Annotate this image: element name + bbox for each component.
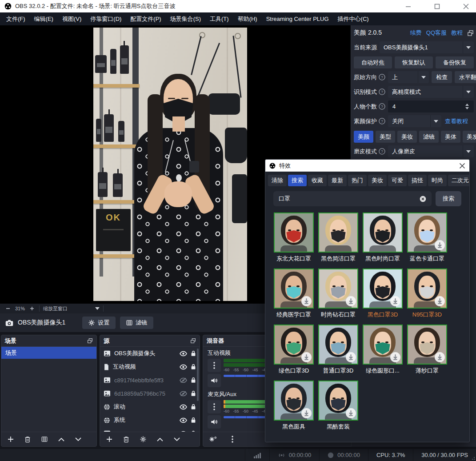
- visibility-eye-icon[interactable]: [180, 351, 187, 357]
- effect-item[interactable]: 时尚钻石口罩: [316, 269, 360, 319]
- effects-tab[interactable]: 收藏: [308, 175, 327, 186]
- effects-tab[interactable]: 美妆: [368, 175, 387, 186]
- source-row[interactable]: [100, 427, 200, 432]
- clear-search-icon[interactable]: [420, 196, 426, 202]
- source-row[interactable]: 互动视频: [100, 360, 200, 373]
- effect-thumbnail[interactable]: [274, 269, 314, 309]
- move-source-down-icon[interactable]: [174, 437, 180, 441]
- channel-options-button[interactable]: [208, 359, 221, 372]
- beauty-tab[interactable]: 滤镜: [419, 131, 439, 143]
- lock-icon[interactable]: [191, 364, 196, 370]
- view-tutorial-link[interactable]: 查看教程: [444, 117, 469, 125]
- effects-tab[interactable]: 可爱: [388, 175, 407, 186]
- effect-thumbnail[interactable]: [318, 212, 358, 253]
- effect-thumbnail[interactable]: [318, 269, 358, 309]
- move-scene-up-icon[interactable]: [58, 437, 64, 441]
- zoom-in-icon[interactable]: [28, 305, 36, 312]
- visibility-eye-icon[interactable]: [180, 404, 187, 410]
- menu-item[interactable]: 停靠窗口(D): [86, 12, 126, 25]
- stepper-arrows-icon[interactable]: [462, 104, 474, 109]
- fit-to-window-label[interactable]: 缩放至窗口: [43, 305, 68, 312]
- lock-icon[interactable]: [191, 404, 196, 410]
- effect-item[interactable]: 蓝色卡通口罩: [405, 212, 449, 263]
- effect-item[interactable]: 绿色口罩3D: [272, 325, 316, 375]
- move-source-up-icon[interactable]: [157, 437, 163, 441]
- search-button[interactable]: 搜索: [436, 191, 461, 206]
- effect-thumbnail[interactable]: [363, 325, 403, 365]
- beauty-link[interactable]: 续费: [410, 29, 422, 37]
- lock-icon[interactable]: [191, 430, 196, 432]
- effects-tab[interactable]: 二次元: [448, 175, 470, 186]
- help-icon[interactable]: ?: [379, 118, 385, 124]
- effects-tab[interactable]: 搜索: [288, 175, 307, 186]
- visibility-eye-off-icon[interactable]: [180, 391, 187, 397]
- effect-item[interactable]: 黑色口罩3D: [360, 269, 405, 319]
- effect-item[interactable]: 普通口罩3D: [316, 325, 360, 375]
- zoom-out-icon[interactable]: [4, 305, 12, 312]
- visibility-eye-icon[interactable]: [180, 417, 187, 423]
- source-properties-gear-icon[interactable]: [140, 436, 146, 442]
- menu-item[interactable]: 编辑(E): [30, 12, 58, 25]
- advanced-audio-gear-icon[interactable]: [209, 436, 216, 442]
- effect-thumbnail[interactable]: [318, 381, 358, 421]
- beauty-link[interactable]: 教程: [451, 29, 463, 37]
- beauty-link[interactable]: QQ客服: [426, 29, 447, 37]
- mixer-menu-dots-icon[interactable]: [232, 436, 233, 443]
- lock-icon[interactable]: [191, 390, 196, 397]
- zoom-dropdown-arrow-icon[interactable]: [95, 307, 100, 310]
- lock-icon[interactable]: [191, 377, 196, 383]
- effects-tab[interactable]: 清除: [268, 175, 287, 186]
- menu-item[interactable]: Streaming Center PLUG: [262, 12, 333, 25]
- menu-item[interactable]: 帮助(H): [233, 12, 262, 25]
- smooth-mode-dropdown[interactable]: 人像磨皮: [388, 145, 474, 157]
- source-row[interactable]: 6d18859a5796bc75: [100, 387, 200, 400]
- source-row[interactable]: c8917f4ebbfbfe5ff3: [100, 373, 200, 387]
- beauty-tab[interactable]: 美妆: [397, 131, 417, 143]
- resize-grip[interactable]: [472, 457, 475, 460]
- remove-source-icon[interactable]: [123, 436, 129, 443]
- effect-thumbnail[interactable]: [318, 325, 358, 365]
- move-scene-down-icon[interactable]: [75, 437, 81, 441]
- add-scene-icon[interactable]: [8, 436, 14, 442]
- effects-tab[interactable]: 最新: [328, 175, 347, 186]
- effects-tab[interactable]: 热门: [348, 175, 367, 186]
- beauty-tab[interactable]: 美体: [441, 131, 460, 143]
- person-count-stepper[interactable]: 4: [388, 100, 474, 112]
- lock-icon[interactable]: [191, 350, 196, 357]
- scene-item[interactable]: 场景: [1, 347, 96, 359]
- mute-speaker-icon[interactable]: [208, 374, 221, 387]
- help-icon[interactable]: ?: [379, 88, 385, 95]
- orientation-dropdown[interactable]: 上: [388, 71, 429, 83]
- effects-tab[interactable]: 时尚: [428, 175, 447, 186]
- effect-thumbnail[interactable]: [274, 212, 314, 253]
- effect-thumbnail[interactable]: [363, 212, 403, 253]
- current-source-dropdown[interactable]: OBS美颜摄像头1: [380, 41, 474, 53]
- detect-mode-dropdown[interactable]: 高精度模式: [388, 86, 474, 98]
- beauty-tab[interactable]: 美型: [376, 131, 395, 143]
- help-icon[interactable]: ?: [379, 103, 385, 110]
- filters-button[interactable]: 滤镜: [120, 317, 153, 329]
- popout-icon[interactable]: [190, 338, 196, 344]
- check-button[interactable]: 检查: [432, 71, 452, 83]
- menu-item[interactable]: 视图(V): [58, 12, 86, 25]
- visibility-eye-icon[interactable]: [180, 364, 187, 370]
- effects-tab[interactable]: 搞怪: [408, 175, 427, 186]
- scene-filters-icon[interactable]: [41, 436, 48, 442]
- minimize-icon[interactable]: [405, 4, 411, 9]
- visibility-eye-icon[interactable]: [180, 431, 187, 432]
- menu-item[interactable]: 文件(F): [2, 12, 30, 25]
- effect-thumbnail[interactable]: [274, 381, 314, 421]
- menu-item[interactable]: 场景集合(S): [166, 12, 205, 25]
- effect-item[interactable]: 东北大花口罩: [272, 212, 316, 263]
- effect-item[interactable]: 黑色简洁口罩: [316, 212, 360, 263]
- source-row[interactable]: OBS美颜摄像头: [100, 347, 200, 360]
- effect-item[interactable]: 薄纱口罩: [405, 325, 449, 375]
- help-icon[interactable]: ?: [379, 74, 385, 80]
- mute-speaker-icon[interactable]: [208, 415, 221, 429]
- effect-thumbnail[interactable]: [363, 269, 403, 309]
- close-icon[interactable]: [463, 4, 469, 9]
- effect-item[interactable]: 黑色面具: [272, 381, 316, 431]
- effect-item[interactable]: 经典医学口罩: [272, 269, 316, 319]
- menu-item[interactable]: 插件中心(C): [333, 12, 373, 25]
- popout-icon[interactable]: [87, 338, 93, 344]
